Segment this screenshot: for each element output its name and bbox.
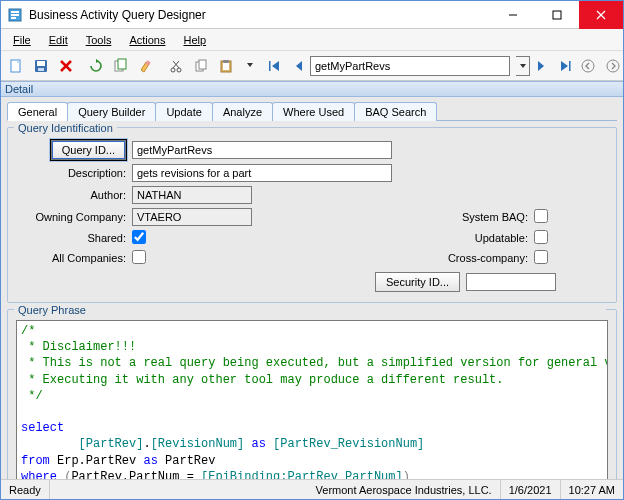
maximize-button[interactable] bbox=[535, 1, 579, 29]
refresh-icon[interactable] bbox=[85, 55, 107, 77]
svg-rect-10 bbox=[37, 61, 45, 66]
cross-company-label: Cross-company: bbox=[398, 252, 528, 264]
menu-edit[interactable]: Edit bbox=[41, 32, 76, 48]
minimize-button[interactable] bbox=[491, 1, 535, 29]
delete-icon[interactable] bbox=[55, 55, 77, 77]
close-button[interactable] bbox=[579, 1, 623, 29]
tab-where-used[interactable]: Where Used bbox=[272, 102, 355, 121]
owning-company-input bbox=[132, 208, 252, 226]
title-bar[interactable]: Business Activity Query Designer bbox=[1, 1, 623, 29]
svg-rect-22 bbox=[199, 60, 206, 69]
paste-icon[interactable] bbox=[215, 55, 237, 77]
query-phrase-text[interactable]: /* * Disclaimer!!! * This is not a real … bbox=[16, 320, 608, 479]
menu-file[interactable]: File bbox=[5, 32, 39, 48]
app-window: Business Activity Query Designer File Ed… bbox=[0, 0, 624, 500]
toolbar-query-combo[interactable] bbox=[310, 56, 530, 76]
copy-query-icon[interactable] bbox=[110, 55, 132, 77]
svg-point-29 bbox=[607, 60, 619, 72]
system-baq-label: System BAQ: bbox=[398, 211, 528, 223]
nav-back-icon[interactable] bbox=[577, 55, 599, 77]
shared-checkbox[interactable] bbox=[132, 230, 146, 244]
status-ready: Ready bbox=[1, 480, 50, 499]
tab-query-builder[interactable]: Query Builder bbox=[67, 102, 156, 121]
tab-strip: General Query Builder Update Analyze Whe… bbox=[7, 101, 617, 121]
author-input bbox=[132, 186, 252, 204]
svg-rect-1 bbox=[11, 11, 19, 13]
nav-first-icon[interactable] bbox=[263, 55, 285, 77]
query-phrase-label: Query Phrase bbox=[14, 304, 606, 316]
query-phrase-group: Query Phrase /* * Disclaimer!!! * This i… bbox=[7, 309, 617, 479]
cut-icon[interactable] bbox=[165, 55, 187, 77]
tab-analyze[interactable]: Analyze bbox=[212, 102, 273, 121]
copy-icon[interactable] bbox=[190, 55, 212, 77]
svg-rect-24 bbox=[223, 63, 229, 70]
query-id-input[interactable] bbox=[132, 141, 392, 159]
owning-company-label: Owning Company: bbox=[16, 211, 126, 223]
updatable-label: Updatable: bbox=[398, 232, 528, 244]
detail-panel: General Query Builder Update Analyze Whe… bbox=[1, 97, 623, 479]
tab-general[interactable]: General bbox=[7, 102, 68, 121]
window-title: Business Activity Query Designer bbox=[29, 8, 491, 22]
cross-company-checkbox[interactable] bbox=[534, 250, 548, 264]
author-label: Author: bbox=[16, 189, 126, 201]
description-label: Description: bbox=[16, 167, 126, 179]
description-input[interactable] bbox=[132, 164, 392, 182]
query-identification-group: Query Identification Query ID... Descrip… bbox=[7, 127, 617, 303]
menu-help[interactable]: Help bbox=[175, 32, 214, 48]
all-companies-checkbox[interactable] bbox=[132, 250, 146, 264]
svg-point-18 bbox=[177, 68, 181, 72]
svg-rect-3 bbox=[11, 17, 16, 19]
svg-rect-27 bbox=[569, 61, 571, 71]
menu-tools[interactable]: Tools bbox=[78, 32, 120, 48]
detail-panel-title: Detail bbox=[1, 81, 623, 97]
toolbar bbox=[1, 51, 623, 81]
nav-prev-icon[interactable] bbox=[288, 55, 310, 77]
svg-point-17 bbox=[171, 68, 175, 72]
query-identification-label: Query Identification bbox=[14, 122, 117, 134]
nav-forward-icon[interactable] bbox=[602, 55, 624, 77]
security-id-button[interactable]: Security ID... bbox=[375, 272, 460, 292]
nav-next-icon[interactable] bbox=[530, 55, 552, 77]
status-time: 10:27 AM bbox=[561, 480, 623, 499]
svg-rect-15 bbox=[118, 59, 126, 69]
clear-icon[interactable] bbox=[135, 55, 157, 77]
svg-point-28 bbox=[582, 60, 594, 72]
menu-actions[interactable]: Actions bbox=[121, 32, 173, 48]
app-icon bbox=[7, 7, 23, 23]
system-baq-checkbox[interactable] bbox=[534, 209, 548, 223]
updatable-checkbox[interactable] bbox=[534, 230, 548, 244]
new-icon[interactable] bbox=[5, 55, 27, 77]
svg-rect-5 bbox=[553, 11, 561, 19]
status-date: 1/6/2021 bbox=[501, 480, 561, 499]
all-companies-label: All Companies: bbox=[16, 252, 126, 264]
svg-rect-26 bbox=[269, 61, 271, 71]
status-bar: Ready Vermont Aerospace Industries, LLC.… bbox=[1, 479, 623, 499]
menu-bar: File Edit Tools Actions Help bbox=[1, 29, 623, 51]
svg-rect-11 bbox=[38, 68, 44, 71]
toolbar-dropdown-icon[interactable] bbox=[245, 55, 255, 77]
nav-last-icon[interactable] bbox=[555, 55, 577, 77]
tab-baq-search[interactable]: BAQ Search bbox=[354, 102, 437, 121]
toolbar-query-dropdown-icon[interactable] bbox=[516, 56, 530, 76]
save-icon[interactable] bbox=[30, 55, 52, 77]
toolbar-query-input[interactable] bbox=[310, 56, 510, 76]
shared-label: Shared: bbox=[16, 232, 126, 244]
svg-rect-25 bbox=[223, 60, 229, 63]
status-company: Vermont Aerospace Industries, LLC. bbox=[308, 480, 501, 499]
query-id-button[interactable]: Query ID... bbox=[51, 140, 126, 160]
tab-update[interactable]: Update bbox=[155, 102, 212, 121]
svg-rect-2 bbox=[11, 14, 19, 16]
security-id-input[interactable] bbox=[466, 273, 556, 291]
